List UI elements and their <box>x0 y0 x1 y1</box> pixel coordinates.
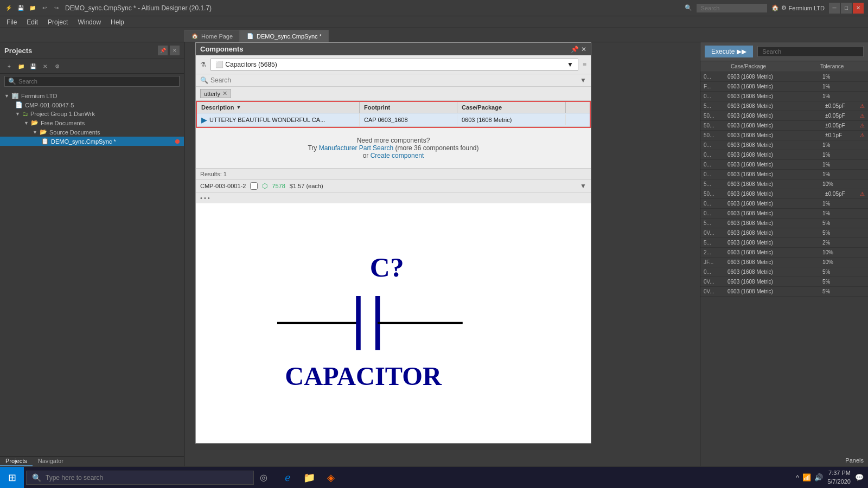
tree-demo-sync[interactable]: 📋 DEMO_sync.CmpSync * <box>0 137 184 146</box>
new-button[interactable]: + <box>4 61 14 71</box>
result-row[interactable]: 0... 0603 (1608 Metric) 1% <box>700 92 868 101</box>
comp-search-expand-icon[interactable]: ▼ <box>580 76 586 84</box>
create-component-link[interactable]: Create component <box>371 152 424 159</box>
comp-pin-button[interactable]: 📌 <box>571 46 579 53</box>
close-button[interactable]: ✕ <box>853 3 864 14</box>
redo-icon[interactable]: ↪ <box>52 4 61 12</box>
comp-table-header: Description ▼ Footprint Case/Package <box>197 102 590 113</box>
taskbar-altium-icon[interactable]: ◈ <box>321 468 341 487</box>
folder-icon[interactable]: 📁 <box>28 4 37 12</box>
result-row[interactable]: 5... 0603 (1608 Metric) 5% <box>700 219 868 228</box>
system-clock[interactable]: 7:37 PM 5/7/2020 <box>827 469 851 486</box>
tree-project-group[interactable]: ▼ 🗂 Project Group 1.DsnWrk <box>0 110 184 118</box>
tree-fermium-ltd[interactable]: ▼ 🏢 Fermium LTD <box>0 91 184 100</box>
menu-project[interactable]: Project <box>43 17 72 27</box>
result-row[interactable]: 0... 0603 (1608 Metric) 1% <box>700 209 868 219</box>
start-button[interactable]: ⊞ <box>0 467 24 489</box>
result-row[interactable]: JF... 0603 (1608 Metric) 10% <box>700 258 868 267</box>
title-search-input[interactable] <box>697 4 767 12</box>
tree-source-docs[interactable]: ▼ 📂 Source Documents <box>0 127 184 137</box>
comp-search-input[interactable] <box>210 76 578 84</box>
filter-icon[interactable]: ⚗ <box>200 61 206 68</box>
menu-file[interactable]: File <box>2 17 21 27</box>
source-docs-icon: 📂 <box>40 129 47 136</box>
save-icon[interactable]: 💾 <box>16 4 25 12</box>
taskbar-search[interactable]: 🔍 Type here to search <box>26 471 254 485</box>
result-row[interactable]: 0... 0603 (1608 Metric) 1% <box>700 72 868 82</box>
col-description[interactable]: Description ▼ <box>197 102 360 113</box>
sidebar-close-button[interactable]: ✕ <box>170 46 180 55</box>
open-button[interactable]: 📁 <box>16 61 26 71</box>
filter-tag-close-button[interactable]: ✕ <box>222 90 227 97</box>
tab-projects[interactable]: Projects <box>0 457 33 466</box>
result-row[interactable]: 50... 0603 (1608 Metric) ±0.05pF ⚠ <box>700 189 868 199</box>
taskbar-edge-icon[interactable]: ℯ <box>278 468 297 487</box>
settings-icon[interactable]: ⚙ <box>781 4 787 11</box>
tree-cmp001[interactable]: 📄 CMP-001-00047-5 <box>0 100 184 110</box>
sidebar-search[interactable]: 🔍 <box>4 76 180 87</box>
result-row[interactable]: 0V... 0603 (1608 Metric) 5% <box>700 287 868 297</box>
comp-menu-icon[interactable]: ≡ <box>583 61 586 68</box>
volume-icon[interactable]: 🔊 <box>814 473 823 481</box>
result-prefix: 0... <box>704 171 725 177</box>
undo-icon[interactable]: ↩ <box>40 4 49 12</box>
result-row[interactable]: 0... 0603 (1608 Metric) 1% <box>700 140 868 150</box>
menu-window[interactable]: Window <box>73 17 105 27</box>
tree-label-demo-sync: DEMO_sync.CmpSync * <box>51 138 116 145</box>
result-row[interactable]: F... 0603 (1608 Metric) 1% <box>700 82 868 92</box>
comp-category-select[interactable]: ⬜ Capacitors (5685) ▼ <box>210 59 578 70</box>
result-case: 0603 (1608 Metric) <box>727 249 820 255</box>
result-row[interactable]: 50... 0603 (1608 Metric) ±0.05pF ⚠ <box>700 111 868 121</box>
sidebar-search-input[interactable] <box>18 78 176 85</box>
result-row[interactable]: 50... 0603 (1608 Metric) ±0.1pF ⚠ <box>700 131 868 140</box>
tab-cmpsync[interactable]: 📄 DEMO_sync.CmpSync * <box>240 30 329 42</box>
close-all-button[interactable]: ✕ <box>40 61 50 71</box>
sidebar-pin-button[interactable]: 📌 <box>158 46 168 55</box>
tab-home[interactable]: 🏠 Home Page <box>184 30 240 42</box>
result-tolerance: ±0.05pF <box>825 103 858 109</box>
taskbar-files-icon[interactable]: 📁 <box>299 468 319 487</box>
menu-edit[interactable]: Edit <box>22 17 42 27</box>
comp-close-button[interactable]: ✕ <box>581 46 586 53</box>
right-search-input[interactable] <box>757 46 864 57</box>
restore-button[interactable]: □ <box>841 3 852 14</box>
save-all-button[interactable]: 💾 <box>28 61 38 71</box>
result-row[interactable]: 2... 0603 (1608 Metric) 10% <box>700 248 868 258</box>
result-row[interactable]: 0... 0603 (1608 Metric) 1% <box>700 150 868 160</box>
result-row[interactable]: 0... 0603 (1608 Metric) 1% <box>700 160 868 170</box>
network-icon[interactable]: 📶 <box>802 473 811 481</box>
notification-icon[interactable]: 💬 <box>855 473 864 481</box>
chevron-up-tray-icon[interactable]: ^ <box>796 473 799 481</box>
result-row[interactable]: 0... 0603 (1608 Metric) 1% <box>700 170 868 179</box>
manufacturer-search-link[interactable]: Manufacturer Part Search <box>319 144 393 152</box>
result-row[interactable]: 5... 0603 (1608 Metric) 10% <box>700 179 868 189</box>
table-row[interactable]: ▶ UTTERLY BEAUTIFUL WONDERFUL CA... CAP … <box>197 113 590 127</box>
task-view-button[interactable]: ◎ <box>254 468 273 487</box>
comp-expand-chevron[interactable]: ▼ <box>580 182 586 190</box>
config-button[interactable]: ⚙ <box>52 61 62 71</box>
result-row[interactable]: 0... 0603 (1608 Metric) 1% <box>700 199 868 209</box>
col-footprint[interactable]: Footprint <box>360 102 457 113</box>
result-tolerance: 10% <box>822 181 855 187</box>
comp-checkbox[interactable] <box>250 182 258 190</box>
menu-help[interactable]: Help <box>106 17 129 27</box>
result-row[interactable]: 0... 0603 (1608 Metric) 5% <box>700 267 868 277</box>
result-row[interactable]: 0V... 0603 (1608 Metric) 5% <box>700 228 868 238</box>
result-alert-icon: ⚠ <box>860 191 865 197</box>
panels-label[interactable]: Panels <box>845 457 864 464</box>
result-row[interactable]: 5... 0603 (1608 Metric) ±0.05pF ⚠ <box>700 101 868 111</box>
taskbar-search-icon: 🔍 <box>32 473 41 482</box>
filter-tags: utterly ✕ <box>196 87 591 101</box>
result-row[interactable]: 50... 0603 (1608 Metric) ±0.05pF ⚠ <box>700 121 868 131</box>
tab-navigator[interactable]: Navigator <box>33 457 69 466</box>
result-case: 0603 (1608 Metric) <box>727 152 820 158</box>
comp-more-info: Need more components? Try Manufacturer P… <box>196 128 591 168</box>
result-row[interactable]: 0V... 0603 (1608 Metric) 5% <box>700 277 868 287</box>
tree-free-docs[interactable]: ▼ 📂 Free Documents <box>0 118 184 127</box>
comp-price: $1.57 (each) <box>290 183 323 189</box>
result-row[interactable]: 5... 0603 (1608 Metric) 2% <box>700 238 868 248</box>
execute-button[interactable]: Execute ▶▶ <box>705 46 753 57</box>
result-prefix: 50... <box>704 132 725 138</box>
col-case-package[interactable]: Case/Package <box>457 102 566 113</box>
minimize-button[interactable]: ─ <box>829 3 840 14</box>
